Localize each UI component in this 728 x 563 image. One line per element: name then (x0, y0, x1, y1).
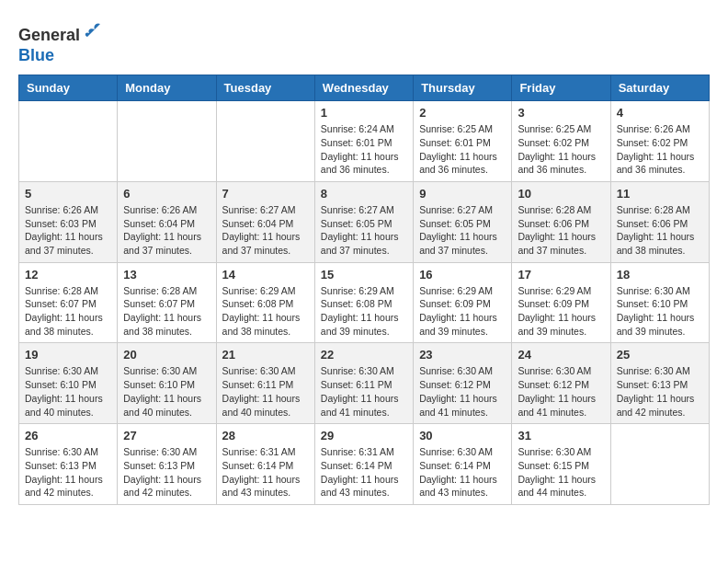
day-number: 30 (419, 429, 506, 442)
calendar-cell: 8Sunrise: 6:27 AM Sunset: 6:05 PM Daylig… (314, 181, 413, 262)
calendar-cell: 11Sunrise: 6:28 AM Sunset: 6:06 PM Dayli… (610, 181, 709, 262)
calendar-week-row: 19Sunrise: 6:30 AM Sunset: 6:10 PM Dayli… (19, 343, 710, 424)
day-info: Sunrise: 6:28 AM Sunset: 6:06 PM Dayligh… (617, 203, 703, 258)
day-info: Sunrise: 6:29 AM Sunset: 6:09 PM Dayligh… (419, 284, 506, 339)
calendar-table: SundayMondayTuesdayWednesdayThursdayFrid… (18, 75, 710, 505)
day-info: Sunrise: 6:30 AM Sunset: 6:14 PM Dayligh… (419, 445, 506, 500)
day-number: 14 (222, 268, 309, 282)
calendar-cell: 9Sunrise: 6:27 AM Sunset: 6:05 PM Daylig… (414, 181, 512, 262)
calendar-cell: 31Sunrise: 6:30 AM Sunset: 6:15 PM Dayli… (512, 424, 610, 505)
calendar-cell: 29Sunrise: 6:31 AM Sunset: 6:14 PM Dayli… (314, 424, 413, 505)
day-number: 20 (123, 348, 210, 362)
day-number: 24 (518, 348, 604, 362)
calendar-cell (19, 101, 118, 182)
calendar-cell: 6Sunrise: 6:26 AM Sunset: 6:04 PM Daylig… (118, 181, 216, 262)
logo-blue: Blue (18, 46, 54, 64)
calendar-week-row: 12Sunrise: 6:28 AM Sunset: 6:07 PM Dayli… (19, 262, 710, 343)
day-number: 31 (518, 429, 604, 442)
calendar-cell (610, 424, 709, 505)
calendar-header-wednesday: Wednesday (314, 75, 413, 101)
day-number: 4 (617, 106, 703, 120)
day-number: 15 (321, 268, 407, 282)
calendar-cell: 23Sunrise: 6:30 AM Sunset: 6:12 PM Dayli… (414, 343, 512, 424)
day-info: Sunrise: 6:27 AM Sunset: 6:05 PM Dayligh… (419, 203, 506, 258)
day-info: Sunrise: 6:29 AM Sunset: 6:09 PM Dayligh… (518, 284, 604, 339)
day-info: Sunrise: 6:31 AM Sunset: 6:14 PM Dayligh… (222, 445, 309, 500)
day-info: Sunrise: 6:26 AM Sunset: 6:03 PM Dayligh… (25, 203, 111, 258)
day-number: 17 (518, 268, 604, 282)
day-info: Sunrise: 6:30 AM Sunset: 6:12 PM Dayligh… (518, 364, 604, 419)
logo-general: General (18, 26, 80, 44)
day-number: 8 (321, 187, 407, 201)
day-info: Sunrise: 6:30 AM Sunset: 6:12 PM Dayligh… (419, 364, 506, 419)
day-info: Sunrise: 6:30 AM Sunset: 6:13 PM Dayligh… (617, 364, 703, 419)
day-number: 27 (123, 429, 210, 442)
day-number: 3 (518, 106, 604, 120)
day-number: 28 (222, 429, 309, 442)
calendar-cell: 28Sunrise: 6:31 AM Sunset: 6:14 PM Dayli… (216, 424, 314, 505)
calendar-cell: 18Sunrise: 6:30 AM Sunset: 6:10 PM Dayli… (610, 262, 709, 343)
calendar-cell: 5Sunrise: 6:26 AM Sunset: 6:03 PM Daylig… (19, 181, 118, 262)
day-info: Sunrise: 6:30 AM Sunset: 6:10 PM Dayligh… (25, 364, 111, 419)
day-number: 10 (518, 187, 604, 201)
day-number: 6 (123, 187, 210, 201)
calendar-week-row: 26Sunrise: 6:30 AM Sunset: 6:13 PM Dayli… (19, 424, 710, 505)
calendar-cell: 30Sunrise: 6:30 AM Sunset: 6:14 PM Dayli… (414, 424, 512, 505)
calendar-cell: 26Sunrise: 6:30 AM Sunset: 6:13 PM Dayli… (19, 424, 118, 505)
calendar-week-row: 5Sunrise: 6:26 AM Sunset: 6:03 PM Daylig… (19, 181, 710, 262)
day-info: Sunrise: 6:30 AM Sunset: 6:13 PM Dayligh… (123, 445, 210, 500)
calendar-header-row: SundayMondayTuesdayWednesdayThursdayFrid… (19, 75, 710, 101)
calendar-cell: 12Sunrise: 6:28 AM Sunset: 6:07 PM Dayli… (19, 262, 118, 343)
day-number: 13 (123, 268, 210, 282)
calendar-cell: 14Sunrise: 6:29 AM Sunset: 6:08 PM Dayli… (216, 262, 314, 343)
calendar-cell: 4Sunrise: 6:26 AM Sunset: 6:02 PM Daylig… (610, 101, 709, 182)
calendar-cell: 24Sunrise: 6:30 AM Sunset: 6:12 PM Dayli… (512, 343, 610, 424)
day-number: 11 (617, 187, 703, 201)
calendar-cell: 17Sunrise: 6:29 AM Sunset: 6:09 PM Dayli… (512, 262, 610, 343)
calendar-week-row: 1Sunrise: 6:24 AM Sunset: 6:01 PM Daylig… (19, 101, 710, 182)
day-number: 5 (25, 187, 111, 201)
calendar-cell: 25Sunrise: 6:30 AM Sunset: 6:13 PM Dayli… (610, 343, 709, 424)
day-number: 21 (222, 348, 309, 362)
day-number: 18 (617, 268, 703, 282)
calendar-cell: 16Sunrise: 6:29 AM Sunset: 6:09 PM Dayli… (414, 262, 512, 343)
calendar-header-monday: Monday (118, 75, 216, 101)
day-number: 12 (25, 268, 111, 282)
day-info: Sunrise: 6:28 AM Sunset: 6:07 PM Dayligh… (123, 284, 210, 339)
day-info: Sunrise: 6:28 AM Sunset: 6:06 PM Dayligh… (518, 203, 604, 258)
day-info: Sunrise: 6:26 AM Sunset: 6:04 PM Dayligh… (123, 203, 210, 258)
calendar-cell: 13Sunrise: 6:28 AM Sunset: 6:07 PM Dayli… (118, 262, 216, 343)
day-number: 22 (321, 348, 407, 362)
day-info: Sunrise: 6:27 AM Sunset: 6:05 PM Dayligh… (321, 203, 407, 258)
calendar-cell: 7Sunrise: 6:27 AM Sunset: 6:04 PM Daylig… (216, 181, 314, 262)
day-info: Sunrise: 6:25 AM Sunset: 6:01 PM Dayligh… (419, 122, 506, 177)
day-number: 29 (321, 429, 407, 442)
calendar-cell: 22Sunrise: 6:30 AM Sunset: 6:11 PM Dayli… (314, 343, 413, 424)
day-number: 23 (419, 348, 506, 362)
calendar-cell: 1Sunrise: 6:24 AM Sunset: 6:01 PM Daylig… (314, 101, 413, 182)
day-info: Sunrise: 6:30 AM Sunset: 6:11 PM Dayligh… (321, 364, 407, 419)
calendar-cell (118, 101, 216, 182)
calendar-header-sunday: Sunday (19, 75, 118, 101)
day-number: 19 (25, 348, 111, 362)
calendar-header-tuesday: Tuesday (216, 75, 314, 101)
day-info: Sunrise: 6:30 AM Sunset: 6:13 PM Dayligh… (25, 445, 111, 500)
logo-bird-icon (82, 18, 104, 40)
calendar-header-thursday: Thursday (414, 75, 512, 101)
day-info: Sunrise: 6:30 AM Sunset: 6:10 PM Dayligh… (617, 284, 703, 339)
day-info: Sunrise: 6:28 AM Sunset: 6:07 PM Dayligh… (25, 284, 111, 339)
day-number: 25 (617, 348, 703, 362)
calendar-cell: 19Sunrise: 6:30 AM Sunset: 6:10 PM Dayli… (19, 343, 118, 424)
calendar-cell: 27Sunrise: 6:30 AM Sunset: 6:13 PM Dayli… (118, 424, 216, 505)
calendar-cell: 3Sunrise: 6:25 AM Sunset: 6:02 PM Daylig… (512, 101, 610, 182)
calendar-header-friday: Friday (512, 75, 610, 101)
day-info: Sunrise: 6:30 AM Sunset: 6:10 PM Dayligh… (123, 364, 210, 419)
day-number: 7 (222, 187, 309, 201)
day-info: Sunrise: 6:30 AM Sunset: 6:15 PM Dayligh… (518, 445, 604, 500)
day-info: Sunrise: 6:27 AM Sunset: 6:04 PM Dayligh… (222, 203, 309, 258)
day-info: Sunrise: 6:29 AM Sunset: 6:08 PM Dayligh… (222, 284, 309, 339)
calendar-cell: 2Sunrise: 6:25 AM Sunset: 6:01 PM Daylig… (414, 101, 512, 182)
calendar-cell: 21Sunrise: 6:30 AM Sunset: 6:11 PM Dayli… (216, 343, 314, 424)
day-number: 1 (321, 106, 407, 120)
day-info: Sunrise: 6:24 AM Sunset: 6:01 PM Dayligh… (321, 122, 407, 177)
